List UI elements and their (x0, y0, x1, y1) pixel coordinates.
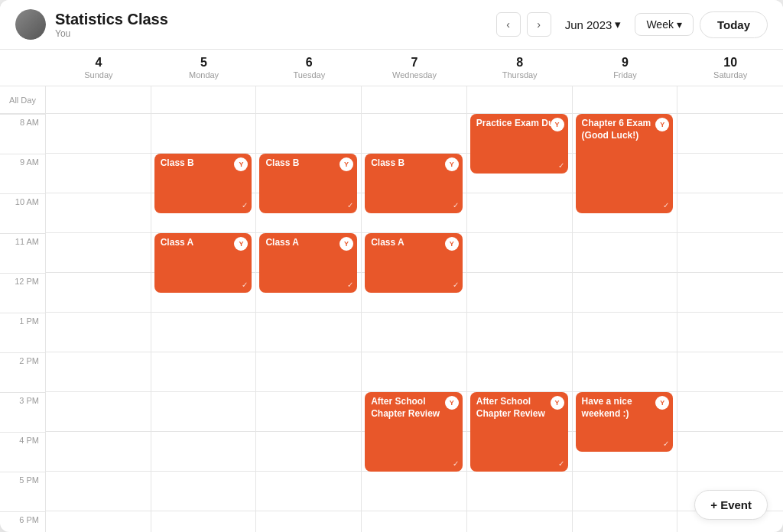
cell-sat-12pm[interactable] (677, 273, 783, 312)
cell-sat-2pm[interactable] (677, 352, 783, 391)
all-day-wed[interactable] (362, 86, 467, 113)
event-title: Have a nice weekend :) (582, 396, 668, 420)
event-class-a-tue[interactable]: Class A Y ✓ (259, 233, 357, 293)
all-day-label: All Day (0, 86, 45, 114)
event-badge: Y (234, 237, 248, 251)
day-name-sat: Saturday (681, 70, 780, 79)
cell-sun-3pm[interactable] (46, 392, 151, 431)
month-picker-button[interactable]: Jun 2023 ▾ (557, 13, 629, 36)
all-day-fri[interactable] (573, 86, 678, 113)
all-day-thu[interactable] (467, 86, 573, 113)
cell-sat-3pm[interactable] (677, 392, 783, 431)
cell-sun-1pm[interactable] (46, 313, 151, 352)
cell-sun-4pm[interactable] (46, 432, 151, 471)
cell-mon-1pm[interactable] (151, 313, 257, 352)
cell-wed-8am[interactable] (362, 114, 467, 153)
cell-sun-11am[interactable] (46, 233, 151, 272)
cell-tue-5pm[interactable] (256, 472, 362, 511)
cell-thu-5pm[interactable] (467, 472, 573, 511)
event-class-b-wed[interactable]: Class B Y ✓ (365, 154, 463, 213)
view-selector-button[interactable]: Week ▾ (635, 13, 694, 36)
event-class-b-mon[interactable]: Class B Y ✓ (154, 154, 252, 213)
cell-wed-2pm[interactable] (362, 352, 467, 391)
scrollable-grid: Class B Y ✓ Class B Y ✓ Class B (46, 114, 783, 532)
cell-sat-9am[interactable] (677, 154, 783, 193)
cell-sun-10am[interactable] (46, 193, 151, 232)
today-button[interactable]: Today (700, 11, 768, 38)
cell-sat-11am[interactable] (677, 233, 783, 272)
cell-thu-11am[interactable] (467, 233, 573, 272)
cell-thu-2pm[interactable] (467, 352, 573, 391)
cell-wed-1pm[interactable] (362, 313, 467, 352)
event-class-a-wed[interactable]: Class A Y ✓ (365, 233, 463, 293)
cell-sat-10am[interactable] (677, 193, 783, 232)
cell-mon-8am[interactable] (151, 114, 257, 153)
cell-wed-6pm[interactable] (362, 511, 467, 532)
cell-sun-8am[interactable] (46, 114, 151, 153)
day-header-thu: 8 Thursday (467, 50, 573, 86)
cell-sun-5pm[interactable] (46, 472, 151, 511)
cell-thu-12pm[interactable] (467, 273, 573, 312)
all-day-sun[interactable] (46, 86, 151, 113)
cell-tue-6pm[interactable] (256, 511, 362, 532)
row-6pm (46, 511, 783, 532)
cell-tue-4pm[interactable] (256, 432, 362, 471)
event-title: After School Chapter Review (476, 396, 562, 420)
event-nice-weekend[interactable]: Have a nice weekend :) Y ✓ (576, 392, 674, 452)
event-chapter6-exam[interactable]: Chapter 6 Exam (Good Luck!) Y ✓ (576, 114, 674, 213)
cell-tue-2pm[interactable] (256, 352, 362, 391)
cell-thu-6pm[interactable] (467, 511, 573, 532)
cell-mon-3pm[interactable] (151, 392, 257, 431)
all-day-tue[interactable] (256, 86, 362, 113)
time-11am: 11 AM (0, 233, 45, 273)
event-title: Chapter 6 Exam (Good Luck!) (582, 118, 668, 141)
cell-thu-10am[interactable] (467, 193, 573, 232)
event-badge: Y (551, 118, 564, 131)
day-num-tue: 6 (259, 56, 359, 70)
calendar-body: All Day 8 AM 9 AM 10 AM 11 AM 12 PM 1 PM… (0, 86, 783, 532)
cell-sun-12pm[interactable] (46, 273, 151, 312)
all-day-mon[interactable] (151, 86, 257, 113)
cell-tue-8am[interactable] (256, 114, 362, 153)
cell-sat-1pm[interactable] (677, 313, 783, 352)
event-practice-exam[interactable]: Practice Exam Due Y ✓ (470, 114, 568, 174)
corner-cell (0, 50, 46, 86)
cell-thu-1pm[interactable] (467, 313, 573, 352)
cell-sun-6pm[interactable] (46, 511, 151, 532)
cell-sat-4pm[interactable] (677, 432, 783, 471)
event-title: Class A (371, 237, 456, 249)
event-title: Class A (161, 237, 246, 249)
cell-sun-2pm[interactable] (46, 352, 151, 391)
cell-sat-8am[interactable] (677, 114, 783, 153)
all-day-sat[interactable] (677, 86, 783, 113)
cell-fri-6pm[interactable] (573, 511, 678, 532)
event-badge: Y (655, 396, 669, 410)
event-badge: Y (445, 396, 459, 410)
cell-mon-2pm[interactable] (151, 352, 257, 391)
event-class-a-mon[interactable]: Class A Y ✓ (154, 233, 252, 293)
add-event-button[interactable]: + Event (694, 490, 768, 520)
cell-fri-1pm[interactable] (573, 313, 678, 352)
event-title: After School Chapter Review (371, 396, 456, 420)
cell-tue-3pm[interactable] (256, 392, 362, 431)
cell-fri-12pm[interactable] (573, 273, 678, 312)
cell-mon-5pm[interactable] (151, 472, 257, 511)
event-class-b-tue[interactable]: Class B Y ✓ (259, 154, 357, 213)
cell-sun-9am[interactable] (46, 154, 151, 193)
next-button[interactable]: › (527, 12, 551, 37)
cell-fri-11am[interactable] (573, 233, 678, 272)
cell-mon-6pm[interactable] (151, 511, 257, 532)
event-check-icon: ✓ (242, 281, 248, 289)
cell-fri-2pm[interactable] (573, 352, 678, 391)
event-title: Practice Exam Due (476, 118, 562, 130)
row-1pm (46, 313, 783, 352)
cell-tue-1pm[interactable] (256, 313, 362, 352)
event-after-school-wed[interactable]: After School Chapter Review Y ✓ (365, 392, 463, 472)
prev-button[interactable]: ‹ (496, 12, 521, 37)
day-header-fri: 9 Friday (573, 50, 678, 86)
cell-fri-5pm[interactable] (573, 472, 678, 511)
event-after-school-thu[interactable]: After School Chapter Review Y ✓ (470, 392, 568, 472)
cell-wed-5pm[interactable] (362, 472, 467, 511)
cell-mon-4pm[interactable] (151, 432, 257, 471)
day-name-sun: Sunday (49, 70, 148, 79)
